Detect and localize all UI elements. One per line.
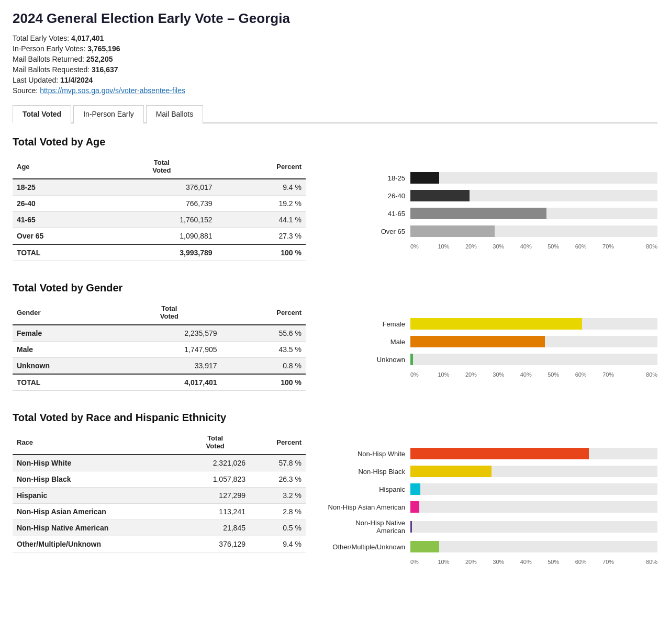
row-percent: 9.4 % (217, 179, 306, 196)
table-row: 18-25 376,017 9.4 % (13, 179, 306, 196)
race-chart: Non-Hisp White Non-Hisp Black Hispanic N… (327, 432, 657, 565)
row-label: 41-65 (13, 212, 107, 228)
bar-label: Non-Hisp Native American (327, 519, 410, 535)
x-axis-label: 30% (493, 559, 520, 565)
x-axis-label: 0% (410, 371, 438, 378)
tab-in-person-early[interactable]: In-Person Early (73, 105, 143, 123)
race-section-content: Race Total Voted Percent Non-Hisp White … (13, 432, 657, 565)
bar-label: 26-40 (327, 192, 410, 200)
bar-fill (410, 190, 470, 201)
bar-track (410, 354, 657, 365)
age-table-wrap: Age Total Voted Percent 18-25 376,017 9.… (13, 156, 306, 261)
chart-bar-row: Non-Hisp Black (327, 466, 657, 477)
gender-table-wrap: Gender Total Voted Percent Female 2,235,… (13, 302, 306, 391)
bar-track (410, 448, 657, 459)
total-value: 3,993,789 (107, 244, 216, 261)
row-percent: 43.5 % (221, 342, 306, 358)
age-table: Age Total Voted Percent 18-25 376,017 9.… (13, 156, 306, 261)
bar-fill (410, 318, 582, 330)
bar-fill (410, 501, 419, 513)
chart-bar-row: Non-Hisp Asian American (327, 501, 657, 513)
table-row: Non-Hisp Native American 21,845 0.5 % (13, 520, 306, 536)
x-axis-label: 60% (575, 559, 602, 565)
row-percent: 3.2 % (250, 488, 306, 504)
x-axis-label: 70% (602, 243, 630, 250)
race-col-label: Race (13, 432, 181, 455)
tab-total-voted[interactable]: Total Voted (13, 105, 71, 123)
gender-chart: Female Male Unknown 0%10%20%30%40%50%60%… (327, 302, 657, 378)
bar-label: Non-Hisp Asian American (327, 503, 410, 511)
bar-fill (410, 336, 545, 347)
chart-bar-row: Other/Multiple/Unknown (327, 541, 657, 552)
bar-label: Female (327, 320, 410, 328)
bar-fill (410, 225, 495, 237)
table-row: Non-Hisp White 2,321,026 57.8 % (13, 455, 306, 471)
x-axis-label: 30% (493, 243, 520, 250)
row-percent: 44.1 % (217, 212, 306, 228)
source: Source: https://mvp.sos.ga.gov/s/voter-a… (13, 86, 657, 95)
row-total: 1,057,823 (181, 471, 250, 488)
row-percent: 2.8 % (250, 504, 306, 520)
gender-table: Gender Total Voted Percent Female 2,235,… (13, 302, 306, 391)
x-axis-label: 70% (602, 371, 630, 378)
chart-bar-row: Female (327, 318, 657, 330)
chart-bar-row: Male (327, 336, 657, 347)
age-chart: 18-25 26-40 41-65 Over 65 0%10%20%30%40%… (327, 156, 657, 250)
bar-label: Hispanic (327, 485, 410, 493)
x-axis-label: 80% (630, 559, 657, 565)
x-axis-label: 50% (548, 371, 575, 378)
x-axis-label: 0% (410, 243, 438, 250)
chart-bar-row: 41-65 (327, 208, 657, 219)
bar-track (410, 501, 657, 513)
gender-section-content: Gender Total Voted Percent Female 2,235,… (13, 302, 657, 391)
table-row: 26-40 766,739 19.2 % (13, 196, 306, 212)
bar-track (410, 172, 657, 184)
gender-col-percent: Percent (221, 302, 306, 325)
chart-bar-row: Over 65 (327, 225, 657, 237)
race-table: Race Total Voted Percent Non-Hisp White … (13, 432, 306, 552)
row-label: Unknown (13, 358, 117, 375)
table-row: Unknown 33,917 0.8 % (13, 358, 306, 375)
tab-mail-ballots[interactable]: Mail Ballots (146, 105, 204, 123)
bar-label: Male (327, 338, 410, 346)
bar-track (410, 541, 657, 552)
row-label: Non-Hisp White (13, 455, 181, 471)
bar-label: Non-Hisp White (327, 450, 410, 458)
x-axis-label: 20% (465, 371, 493, 378)
row-percent: 0.5 % (250, 520, 306, 536)
source-link[interactable]: https://mvp.sos.ga.gov/s/voter-absentee-… (40, 86, 185, 95)
row-percent: 55.6 % (221, 325, 306, 342)
bar-fill (410, 448, 589, 459)
row-label: Female (13, 325, 117, 342)
x-axis-label: 60% (575, 243, 602, 250)
bar-label: Non-Hisp Black (327, 468, 410, 476)
row-label: 26-40 (13, 196, 107, 212)
table-row: Non-Hisp Black 1,057,823 26.3 % (13, 471, 306, 488)
x-axis-label: 50% (548, 243, 575, 250)
bar-fill (410, 354, 413, 365)
gender-col-label: Gender (13, 302, 117, 325)
bar-track (410, 336, 657, 347)
total-row: TOTAL 3,993,789 100 % (13, 244, 306, 261)
tab-bar: Total Voted In-Person Early Mail Ballots (13, 104, 657, 123)
chart-bar-row: 26-40 (327, 190, 657, 201)
row-percent: 26.3 % (250, 471, 306, 488)
row-label: Other/Multiple/Unknown (13, 536, 181, 552)
x-axis-label: 10% (438, 243, 465, 250)
age-col-percent: Percent (217, 156, 306, 179)
chart-bar-row: Unknown (327, 354, 657, 365)
row-label: Over 65 (13, 228, 107, 245)
row-total: 127,299 (181, 488, 250, 504)
race-col-total-voted: Total Voted (181, 432, 250, 455)
bar-fill (410, 466, 492, 477)
table-row: Male 1,747,905 43.5 % (13, 342, 306, 358)
x-axis-label: 80% (630, 371, 657, 378)
bar-label: 18-25 (327, 174, 410, 182)
x-axis-label: 40% (520, 559, 548, 565)
x-axis-label: 70% (602, 559, 630, 565)
row-total: 2,321,026 (181, 455, 250, 471)
bar-track (410, 190, 657, 201)
row-label: Hispanic (13, 488, 181, 504)
table-row: 41-65 1,760,152 44.1 % (13, 212, 306, 228)
row-percent: 0.8 % (221, 358, 306, 375)
